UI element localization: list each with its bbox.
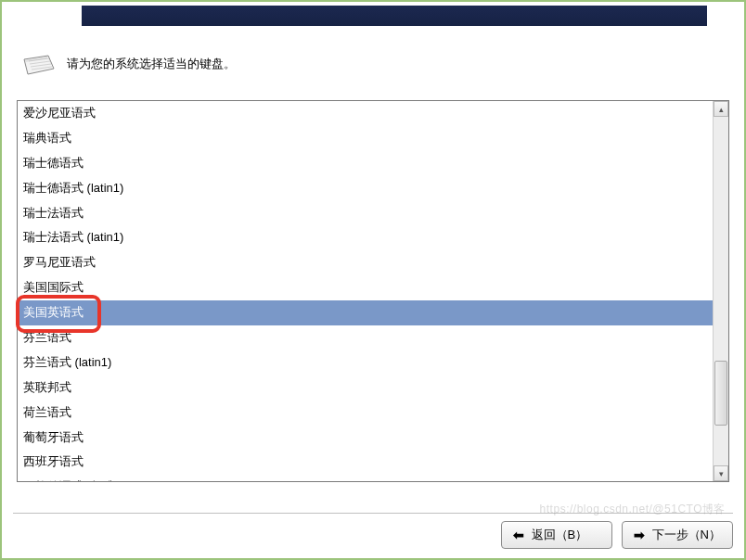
scroll-down-button[interactable]: ▾ [714, 465, 728, 481]
list-item[interactable]: 美国英语式 [18, 300, 713, 325]
list-item[interactable]: 英联邦式 [18, 375, 713, 401]
list-item[interactable]: 爱沙尼亚语式 [18, 101, 713, 126]
next-button[interactable]: ➡ 下一步（N） [622, 521, 733, 549]
list-item[interactable]: 西班牙语式 [18, 450, 713, 475]
instruction-text: 请为您的系统选择适当的键盘。 [67, 56, 236, 72]
next-button-label: 下一步（N） [652, 527, 721, 543]
list-item[interactable]: 芬兰语式 (latin1) [18, 350, 713, 375]
arrow-left-icon: ⬅ [513, 528, 524, 542]
list-item[interactable]: 瑞士法语式 [18, 201, 713, 226]
list-item[interactable]: 瑞典语式 [18, 126, 713, 151]
list-item[interactable]: 阿拉伯语式 (标准) [18, 475, 713, 481]
title-bar [82, 6, 707, 26]
scroll-thumb[interactable] [714, 361, 727, 426]
list-item[interactable]: 瑞士德语式 (latin1) [18, 176, 713, 201]
back-button[interactable]: ⬅ 返回（B） [501, 521, 612, 549]
keyboard-icon [22, 50, 56, 78]
list-item[interactable]: 葡萄牙语式 [18, 426, 713, 451]
scroll-up-button[interactable]: ▴ [714, 101, 728, 117]
scrollbar[interactable]: ▴ ▾ [713, 101, 728, 481]
keyboard-list-container: 爱沙尼亚语式瑞典语式瑞士德语式瑞士德语式 (latin1)瑞士法语式瑞士法语式 … [17, 100, 729, 482]
back-button-label: 返回（B） [532, 527, 588, 543]
footer: ⬅ 返回（B） ➡ 下一步（N） [13, 513, 733, 549]
list-item[interactable]: 芬兰语式 [18, 325, 713, 350]
list-item[interactable]: 瑞士法语式 (latin1) [18, 225, 713, 250]
list-item[interactable]: 罗马尼亚语式 [18, 250, 713, 275]
instruction-row: 请为您的系统选择适当的键盘。 [22, 50, 236, 78]
arrow-right-icon: ➡ [634, 528, 645, 542]
list-item[interactable]: 美国国际式 [18, 275, 713, 300]
list-item[interactable]: 荷兰语式 [18, 401, 713, 426]
keyboard-listbox[interactable]: 爱沙尼亚语式瑞典语式瑞士德语式瑞士德语式 (latin1)瑞士法语式瑞士法语式 … [18, 101, 713, 481]
list-item[interactable]: 瑞士德语式 [18, 151, 713, 176]
